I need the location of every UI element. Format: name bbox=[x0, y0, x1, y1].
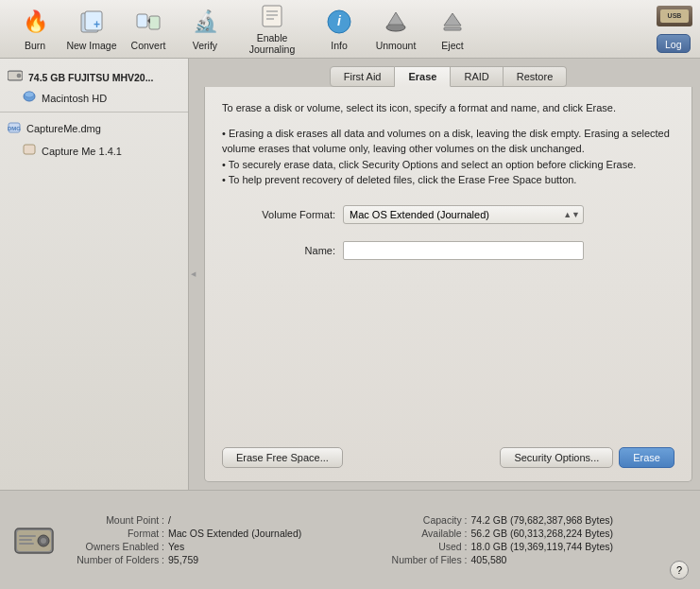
format-label: Format : bbox=[70, 528, 164, 539]
erase-tab-panel: To erase a disk or volume, select its ic… bbox=[204, 87, 692, 482]
svg-text:DMG: DMG bbox=[8, 126, 21, 131]
sidebar: 74.5 GB FUJITSU MHV20... Macintosh HD DM… bbox=[0, 59, 189, 490]
capacity-label: Capacity : bbox=[373, 514, 468, 526]
erase-free-space-button[interactable]: Erase Free Space... bbox=[222, 447, 343, 468]
capacity-value: 74.2 GB (79,682,387,968 Bytes) bbox=[471, 514, 614, 526]
status-format: Format : Mac OS Extended (Journaled) bbox=[70, 528, 354, 539]
volume1-label: Macintosh HD bbox=[42, 93, 107, 104]
available-label: Available : bbox=[373, 528, 468, 539]
main-area: 74.5 GB FUJITSU MHV20... Macintosh HD DM… bbox=[0, 59, 700, 490]
tabs-bar: First Aid Erase RAID Restore bbox=[196, 59, 700, 87]
volume-format-wrapper: Mac OS Extended (Journaled) Mac OS Exten… bbox=[343, 205, 584, 224]
status-available: Available : 56.2 GB (60,313,268,224 Byte… bbox=[373, 528, 657, 539]
security-options-button[interactable]: Security Options... bbox=[500, 447, 613, 468]
mount-point-value: / bbox=[168, 514, 171, 526]
sidebar-resize-handle[interactable] bbox=[189, 59, 196, 490]
sidebar-item-macintosh-hd[interactable]: Macintosh HD bbox=[0, 88, 188, 108]
enable-journaling-label: Enable Journaling bbox=[234, 32, 310, 55]
disk-graphic: USB bbox=[657, 6, 692, 26]
status-mount-point: Mount Point : / bbox=[70, 514, 354, 526]
burn-label: Burn bbox=[25, 40, 45, 51]
erase-button[interactable]: Erase bbox=[619, 447, 674, 468]
svg-marker-12 bbox=[388, 12, 403, 25]
svg-rect-28 bbox=[19, 535, 36, 537]
name-input[interactable] bbox=[343, 241, 584, 260]
svg-text:+: + bbox=[94, 18, 100, 31]
convert-button[interactable]: Convert bbox=[121, 4, 176, 55]
bullet2: • To securely erase data, click Security… bbox=[222, 159, 636, 170]
folders-value: 95,759 bbox=[168, 554, 198, 565]
tab-first-aid[interactable]: First Aid bbox=[330, 66, 396, 87]
unmount-label: Unmount bbox=[376, 40, 417, 51]
svg-point-18 bbox=[17, 74, 21, 78]
burn-button[interactable]: 🔥 Burn bbox=[8, 4, 62, 55]
svg-rect-3 bbox=[137, 14, 147, 27]
format-value: Mac OS Extended (Journaled) bbox=[168, 528, 301, 539]
verify-button[interactable]: 🔬 Verify bbox=[178, 4, 232, 55]
svg-rect-5 bbox=[263, 6, 282, 26]
status-disk-icon bbox=[11, 517, 57, 563]
svg-point-27 bbox=[41, 538, 46, 544]
disk1-label: 74.5 GB FUJITSU MHV20... bbox=[28, 72, 153, 83]
right-buttons: Security Options... Erase bbox=[500, 447, 674, 468]
files-value: 405,580 bbox=[471, 554, 507, 565]
name-row: Name: bbox=[222, 241, 674, 260]
sidebar-divider bbox=[0, 112, 188, 113]
verify-label: Verify bbox=[193, 40, 217, 51]
info-button[interactable]: i Info bbox=[312, 4, 367, 55]
unmount-icon bbox=[381, 7, 411, 37]
sub-label: Capture Me 1.4.1 bbox=[42, 146, 122, 157]
tab-erase[interactable]: Erase bbox=[395, 66, 451, 87]
burn-icon: 🔥 bbox=[20, 7, 50, 37]
new-image-button[interactable]: + New Image bbox=[64, 4, 119, 55]
info-icon: i bbox=[324, 7, 354, 37]
help-button[interactable]: ? bbox=[670, 561, 689, 580]
status-bar: Mount Point : / Capacity : 74.2 GB (79,6… bbox=[0, 490, 700, 589]
svg-rect-30 bbox=[19, 543, 34, 545]
eject-icon bbox=[437, 7, 468, 37]
status-owners: Owners Enabled : Yes bbox=[70, 541, 354, 552]
eject-label: Eject bbox=[441, 40, 463, 51]
convert-icon bbox=[133, 7, 163, 37]
volume-icon bbox=[23, 91, 36, 105]
eject-button[interactable]: Eject bbox=[425, 4, 480, 55]
mount-point-label: Mount Point : bbox=[70, 514, 164, 526]
status-info-grid: Mount Point : / Capacity : 74.2 GB (79,6… bbox=[70, 514, 657, 565]
name-label: Name: bbox=[222, 245, 335, 256]
log-button[interactable]: Log bbox=[657, 34, 691, 53]
svg-rect-15 bbox=[444, 27, 461, 30]
sidebar-item-captureme-app[interactable]: Capture Me 1.4.1 bbox=[0, 141, 188, 161]
bullet3: • To help prevent recovery of deleted fi… bbox=[222, 174, 576, 185]
disk-icon bbox=[8, 69, 23, 85]
new-image-label: New Image bbox=[66, 40, 116, 51]
app-icon bbox=[23, 144, 36, 158]
svg-marker-14 bbox=[444, 13, 461, 26]
status-used: Used : 18.0 GB (19,369,119,744 Bytes) bbox=[373, 541, 657, 552]
svg-point-20 bbox=[25, 92, 34, 97]
available-value: 56.2 GB (60,313,268,224 Bytes) bbox=[471, 528, 614, 539]
enable-journaling-button[interactable]: Enable Journaling bbox=[234, 4, 310, 55]
info-label: Info bbox=[331, 40, 348, 51]
tab-raid[interactable]: RAID bbox=[451, 66, 503, 87]
dmg-icon: DMG bbox=[8, 121, 21, 136]
svg-rect-23 bbox=[24, 145, 35, 154]
convert-label: Convert bbox=[131, 40, 166, 51]
volume-format-row: Volume Format: Mac OS Extended (Journale… bbox=[222, 205, 674, 224]
bullet1: • Erasing a disk erases all data and vol… bbox=[222, 128, 670, 155]
content-area: First Aid Erase RAID Restore To erase a … bbox=[196, 59, 700, 490]
sidebar-item-captureme-dmg[interactable]: DMG CaptureMe.dmg bbox=[0, 116, 188, 141]
new-image-icon: + bbox=[77, 7, 107, 37]
folders-label: Number of Folders : bbox=[70, 554, 164, 565]
status-folders: Number of Folders : 95,759 bbox=[70, 554, 354, 565]
sidebar-item-disk1[interactable]: 74.5 GB FUJITSU MHV20... bbox=[0, 66, 188, 88]
tab-restore[interactable]: Restore bbox=[504, 66, 568, 87]
files-label: Number of Files : bbox=[373, 554, 468, 565]
svg-rect-29 bbox=[19, 539, 32, 541]
used-value: 18.0 GB (19,369,119,744 Bytes) bbox=[471, 541, 614, 552]
status-files: Number of Files : 405,580 bbox=[373, 554, 657, 565]
toolbar: 🔥 Burn + New Image Convert 🔬 Verify bbox=[0, 0, 700, 59]
volume-format-select[interactable]: Mac OS Extended (Journaled) Mac OS Exten… bbox=[343, 205, 584, 224]
unmount-button[interactable]: Unmount bbox=[368, 4, 423, 55]
erase-buttons-row: Erase Free Space... Security Options... … bbox=[222, 443, 674, 468]
erase-info-main: To erase a disk or volume, select its ic… bbox=[222, 100, 674, 116]
